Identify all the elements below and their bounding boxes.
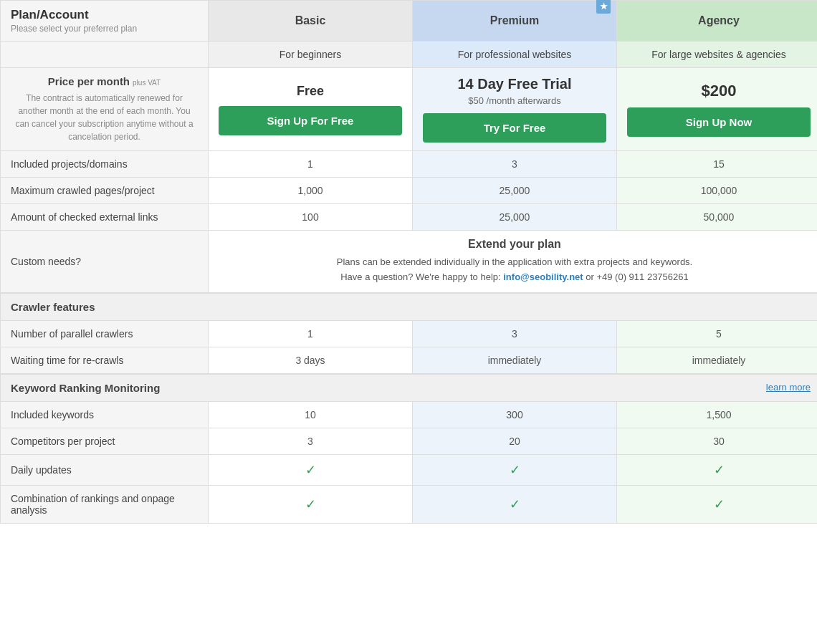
premium-trial-sub: $50 /month afterwards: [423, 95, 606, 106]
parallel-crawlers-basic: 1: [209, 320, 413, 347]
combo-rankings-agency: ✓: [617, 485, 818, 523]
recrawl-wait-basic: 3 days: [209, 347, 413, 374]
daily-updates-premium: ✓: [413, 454, 617, 485]
premium-trial-title: 14 Day Free Trial: [423, 76, 606, 92]
projects-basic: 1: [209, 151, 413, 178]
extend-desc-2: Have a question? We're happy to help:: [340, 271, 500, 282]
included-keywords-basic: 10: [209, 401, 413, 428]
daily-updates-label: Daily updates: [1, 454, 209, 485]
agency-title: Agency: [698, 14, 740, 27]
basic-cta-button[interactable]: Sign Up For Free: [219, 106, 402, 135]
basic-header: Basic: [209, 1, 413, 42]
extend-desc: Plans can be extended individually in th…: [219, 255, 811, 285]
combo-rankings-label: Combination of rankings and onpage analy…: [1, 485, 209, 523]
subtitle-spacer: [1, 42, 209, 68]
learn-more-link[interactable]: learn more: [766, 382, 811, 393]
plan-account-cell: Plan/Account Please select your preferre…: [1, 1, 209, 42]
combo-rankings-basic: ✓: [209, 485, 413, 523]
contact-phone: or +49 (0) 911 23756261: [586, 271, 688, 282]
crawled-pages-premium: 25,000: [413, 178, 617, 204]
agency-subtitle: For large websites & agencies: [617, 42, 818, 68]
daily-updates-agency: ✓: [617, 454, 818, 485]
recrawl-wait-premium: immediately: [413, 347, 617, 374]
projects-premium: 3: [413, 151, 617, 178]
parallel-crawlers-label: Number of parallel crawlers: [1, 320, 209, 347]
price-description: The contract is automatically renewed fo…: [11, 92, 198, 143]
basic-subtitle: For beginners: [209, 42, 413, 68]
price-per-month-label: Price per month: [48, 75, 130, 87]
pricing-table: Plan/Account Please select your preferre…: [0, 0, 817, 524]
recrawl-wait-label: Waiting time for re-crawls: [1, 347, 209, 374]
extend-title: Extend your plan: [219, 238, 811, 251]
extend-desc-1: Plans can be extended individually in th…: [337, 256, 692, 267]
agency-price: $200: [627, 82, 811, 100]
agency-price-cell: $200 Sign Up Now: [617, 68, 818, 151]
crawled-pages-label: Maximum crawled pages/project: [1, 178, 209, 204]
plus-vat-label: plus VAT: [133, 79, 161, 87]
daily-updates-basic: ✓: [209, 454, 413, 485]
recrawl-wait-agency: immediately: [617, 347, 818, 374]
crawled-pages-basic: 1,000: [209, 178, 413, 204]
projects-label: Included projects/domains: [1, 151, 209, 178]
premium-title: Premium: [490, 14, 539, 27]
premium-header: Premium ★: [413, 1, 617, 42]
plan-account-title: Plan/Account: [11, 8, 198, 22]
competitors-basic: 3: [209, 428, 413, 454]
premium-cta-button[interactable]: Try For Free: [423, 113, 606, 143]
combo-rankings-premium: ✓: [413, 485, 617, 523]
included-keywords-premium: 300: [413, 401, 617, 428]
extend-plan-cell: Extend your plan Plans can be extended i…: [209, 231, 818, 293]
plan-account-subtitle: Please select your preferred plan: [11, 24, 198, 34]
contact-email-link[interactable]: info@seobility.net: [503, 271, 583, 282]
crawled-pages-agency: 100,000: [617, 178, 818, 204]
custom-needs-label: Custom needs?: [1, 231, 209, 293]
external-links-premium: 25,000: [413, 204, 617, 231]
basic-title: Basic: [295, 14, 326, 27]
crawler-section-header: Crawler features: [1, 293, 818, 321]
basic-price-cell: Free Sign Up For Free: [209, 68, 413, 151]
included-keywords-agency: 1,500: [617, 401, 818, 428]
competitors-premium: 20: [413, 428, 617, 454]
premium-star-badge: ★: [596, 0, 611, 14]
basic-price: Free: [219, 84, 402, 99]
parallel-crawlers-agency: 5: [617, 320, 818, 347]
external-links-label: Amount of checked external links: [1, 204, 209, 231]
agency-cta-button[interactable]: Sign Up Now: [627, 107, 811, 137]
premium-subtitle: For professional websites: [413, 42, 617, 68]
external-links-basic: 100: [209, 204, 413, 231]
premium-price-cell: 14 Day Free Trial $50 /month afterwards …: [413, 68, 617, 151]
agency-header: Agency: [617, 1, 818, 42]
projects-agency: 15: [617, 151, 818, 178]
included-keywords-label: Included keywords: [1, 401, 209, 428]
competitors-label: Competitors per project: [1, 428, 209, 454]
keyword-section-header: Keyword Ranking Monitoring learn more: [1, 374, 818, 402]
keyword-section-title: Keyword Ranking Monitoring: [11, 382, 160, 394]
competitors-agency: 30: [617, 428, 818, 454]
external-links-agency: 50,000: [617, 204, 818, 231]
parallel-crawlers-premium: 3: [413, 320, 617, 347]
price-label-cell: Price per monthplus VAT The contract is …: [1, 68, 209, 151]
